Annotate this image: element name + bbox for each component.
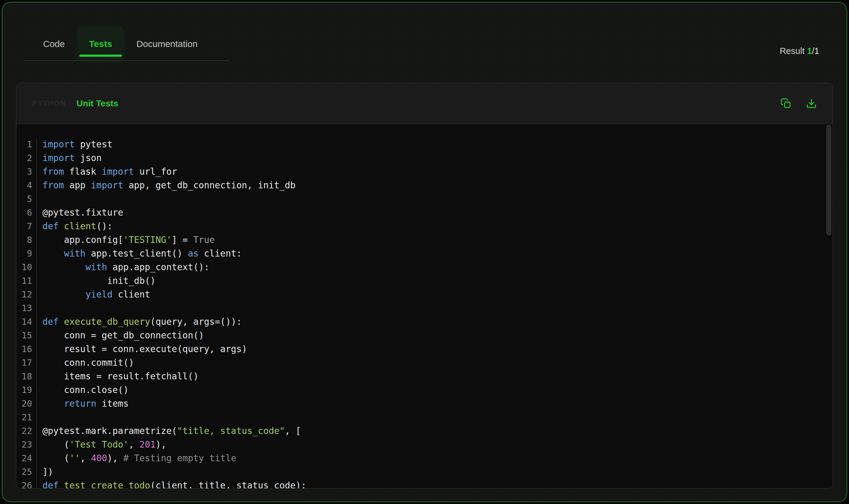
code-text: init_db(): [36, 274, 833, 288]
code-editor[interactable]: 1import pytest2import json3from flask im…: [16, 124, 833, 488]
code-text: from app import app, get_db_connection, …: [36, 179, 833, 192]
code-token: app, get_db_connection, init_db: [123, 180, 295, 191]
line-number: 11: [16, 274, 36, 288]
tabs-bar: Code Tests Documentation: [31, 26, 210, 62]
line-number: 15: [16, 329, 36, 342]
code-line: 21: [16, 411, 833, 424]
line-number: 25: [16, 465, 36, 479]
line-number: 21: [16, 411, 36, 424]
code-text: conn = get_db_connection(): [36, 329, 833, 342]
code-text: [36, 192, 833, 206]
tab-tests[interactable]: Tests: [77, 26, 124, 62]
code-token: 400: [91, 453, 107, 463]
download-icon[interactable]: [806, 98, 817, 109]
code-token: import: [91, 180, 123, 191]
tab-documentation[interactable]: Documentation: [124, 26, 210, 62]
code-token: items = result.fetchall(): [42, 371, 199, 381]
code-line: 8 app.config['TESTING'] = True: [16, 233, 833, 247]
code-text: @pytest.mark.parametrize("title, status_…: [36, 424, 833, 438]
code-line: 4from app import app, get_db_connection,…: [16, 179, 833, 192]
code-token: import: [42, 139, 75, 149]
code-text: yield client: [36, 288, 833, 302]
code-token: ),: [156, 439, 166, 450]
code-text: @pytest.fixture: [36, 206, 833, 219]
code-token: url_for: [134, 166, 177, 177]
code-token: execute_db_query: [64, 317, 150, 327]
code-token: items: [96, 398, 129, 409]
code-editor-lines: 1import pytest2import json3from flask im…: [16, 138, 833, 488]
code-token: [58, 480, 64, 488]
code-line: 11 init_db(): [16, 274, 833, 288]
code-token: result = conn.execute(query, args): [42, 344, 247, 354]
code-token: yield: [86, 289, 112, 300]
line-number: 6: [16, 206, 36, 219]
code-line: 14def execute_db_query(query, args=()):: [16, 315, 833, 329]
line-number: 22: [16, 424, 36, 438]
code-token: @pytest.mark.parametrize(: [42, 426, 177, 436]
scrollbar-thumb[interactable]: [826, 125, 831, 236]
code-token: (query, args=()):: [150, 317, 242, 327]
code-text: import json: [36, 151, 833, 165]
line-number: 3: [16, 165, 36, 179]
panel-header: PYTHON Unit Tests: [16, 83, 833, 124]
code-text: from flask import url_for: [36, 165, 833, 179]
code-token: test_create_todo: [64, 480, 150, 488]
code-token: def: [42, 221, 58, 231]
tab-code[interactable]: Code: [31, 26, 77, 62]
code-token: def: [42, 480, 58, 488]
line-number: 14: [16, 315, 36, 329]
code-token: # Testing empty title: [123, 453, 236, 463]
tabs-divider: [24, 60, 229, 61]
code-line: 5: [16, 192, 833, 206]
code-token: ] =: [171, 235, 193, 245]
line-number: 12: [16, 288, 36, 302]
code-line: 3from flask import url_for: [16, 165, 833, 179]
line-number: 8: [16, 233, 36, 247]
code-token: from: [42, 180, 64, 191]
line-number: 16: [16, 342, 36, 356]
code-token: with: [86, 262, 107, 272]
code-text: app.config['TESTING'] = True: [36, 233, 833, 247]
code-line: 9 with app.test_client() as client:: [16, 247, 833, 260]
code-token: pytest: [75, 139, 112, 149]
code-token: app: [64, 180, 91, 191]
line-number: 5: [16, 192, 36, 206]
code-text: def test_create_todo(client, title, stat…: [36, 479, 833, 488]
code-text: items = result.fetchall(): [36, 370, 833, 383]
code-token: (: [42, 453, 69, 463]
language-badge: PYTHON: [32, 99, 66, 108]
code-token: ),: [107, 453, 123, 463]
code-line: 22@pytest.mark.parametrize("title, statu…: [16, 424, 833, 438]
code-token: [42, 289, 86, 300]
code-text: def execute_db_query(query, args=()):: [36, 315, 833, 329]
code-line: 10 with app.app_context():: [16, 260, 833, 274]
line-number: 23: [16, 438, 36, 452]
code-token: '': [69, 453, 80, 463]
code-token: client: [112, 289, 150, 300]
code-token: client:: [199, 248, 242, 259]
code-line: 15 conn = get_db_connection(): [16, 329, 833, 342]
code-token: ]): [42, 467, 53, 477]
code-text: [36, 411, 833, 424]
code-token: with: [64, 248, 86, 259]
code-token: app.config[: [42, 235, 123, 245]
code-token: flask: [64, 166, 102, 177]
code-line: 24 ('', 400), # Testing empty title: [16, 452, 833, 465]
code-token: [58, 221, 64, 231]
code-token: [42, 248, 64, 259]
code-token: app.app_context():: [107, 262, 209, 272]
tab-documentation-label: Documentation: [137, 39, 198, 49]
copy-icon[interactable]: [780, 98, 791, 109]
code-token: client: [64, 221, 96, 231]
code-line: 20 return items: [16, 397, 833, 411]
code-line: 17 conn.commit(): [16, 356, 833, 370]
line-number: 4: [16, 179, 36, 192]
code-token: json: [75, 153, 102, 163]
code-text: conn.commit(): [36, 356, 833, 370]
code-token: init_db(): [42, 276, 156, 286]
panel-title: Unit Tests: [76, 98, 118, 109]
line-number: 2: [16, 151, 36, 165]
code-token: ,: [129, 439, 140, 450]
code-token: conn.close(): [42, 385, 129, 395]
panel-actions: [780, 98, 817, 109]
